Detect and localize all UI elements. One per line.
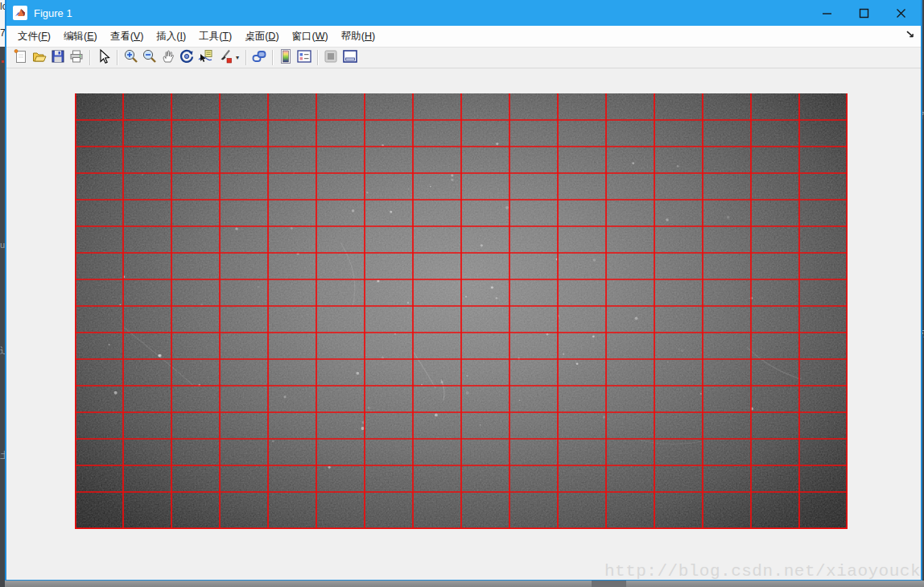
print-figure-icon: [68, 48, 85, 68]
watermark: http://blog.csdn.net/xiaoyouck: [604, 562, 921, 581]
menubar: 文件(F)编辑(E)查看(V)插入(I)工具(T)桌面(D)窗口(W)帮助(H)…: [6, 26, 921, 48]
insert-colorbar-icon: [278, 48, 294, 68]
insert-colorbar-button[interactable]: [278, 50, 294, 66]
data-cursor-button[interactable]: [197, 50, 213, 66]
rotate-3d-button[interactable]: [179, 50, 195, 66]
window-title: Figure 1: [34, 7, 815, 19]
window-controls: [815, 2, 921, 23]
brush-dropdown-caret[interactable]: ▾: [234, 50, 241, 66]
close-button[interactable]: [889, 2, 913, 23]
toolbar-separator: [272, 50, 274, 65]
taskbar-item-fragment: [592, 581, 626, 587]
toolbar-separator: [89, 50, 91, 65]
zoom-in-button[interactable]: [123, 50, 139, 66]
maximize-button[interactable]: [852, 2, 876, 23]
menu-item-e[interactable]: 编辑(E): [59, 27, 102, 47]
link-plot-icon: [251, 48, 267, 68]
titlebar[interactable]: Figure 1: [6, 0, 921, 26]
open-file-button[interactable]: [31, 50, 47, 66]
rotate-3d-icon: [179, 48, 195, 68]
insert-legend-button[interactable]: [296, 50, 312, 66]
menu-item-t[interactable]: 工具(T): [194, 27, 237, 47]
link-plot-button[interactable]: [251, 50, 267, 66]
figure-window: Figure 1 文件(F)编辑(E)查看(V)插入(I)工具(T)桌面(D)窗…: [5, 0, 922, 581]
desktop-background-bottom: [0, 581, 924, 587]
zoom-out-icon: [142, 48, 158, 68]
new-figure-button[interactable]: [13, 50, 29, 66]
open-file-icon: [31, 48, 47, 68]
insert-legend-icon: [296, 48, 312, 68]
data-cursor-icon: [197, 48, 213, 68]
dock-figure-arrow-icon[interactable]: ↘: [905, 28, 915, 40]
menu-item-w[interactable]: 窗口(W): [287, 27, 333, 47]
brush-data-icon: [217, 48, 233, 68]
toolbar-separator: [317, 50, 319, 65]
maximize-icon: [859, 8, 869, 19]
toolbar-separator: [117, 50, 118, 65]
zoom-in-icon: [123, 48, 139, 68]
calibration-image: [75, 93, 848, 529]
toolbar-separator: [245, 50, 247, 65]
menu-item-i[interactable]: 插入(I): [151, 27, 191, 47]
figure-canvas: [6, 68, 921, 580]
toolbar: ▾: [6, 48, 921, 68]
hide-plot-tools-button[interactable]: [323, 50, 339, 66]
background-mark: [2, 60, 4, 63]
hide-plot-tools-icon: [323, 48, 339, 68]
pan-icon: [160, 48, 176, 68]
pan-button[interactable]: [160, 50, 176, 66]
show-plot-tools-button[interactable]: [342, 50, 358, 66]
menu-item-d[interactable]: 桌面(D): [240, 27, 283, 47]
zoom-out-button[interactable]: [142, 50, 158, 66]
matlab-figure-icon: [13, 6, 27, 20]
close-icon: [896, 8, 906, 19]
minimize-button[interactable]: [815, 2, 839, 23]
save-figure-button[interactable]: [50, 50, 66, 66]
menu-item-v[interactable]: 查看(V): [105, 27, 149, 47]
new-figure-icon: [13, 48, 29, 68]
edit-plot-button[interactable]: [96, 50, 112, 66]
print-figure-button[interactable]: [68, 50, 85, 66]
edit-plot-icon: [96, 48, 112, 68]
brush-data-button[interactable]: [217, 50, 233, 66]
menu-item-h[interactable]: 帮助(H): [336, 27, 380, 47]
save-figure-icon: [50, 48, 66, 68]
minimize-icon: [822, 8, 832, 19]
show-plot-tools-icon: [342, 48, 358, 68]
screen: lo 7 u 辶 土 扌 寸 Figure 1: [0, 0, 924, 587]
menu-item-f[interactable]: 文件(F): [13, 27, 56, 47]
